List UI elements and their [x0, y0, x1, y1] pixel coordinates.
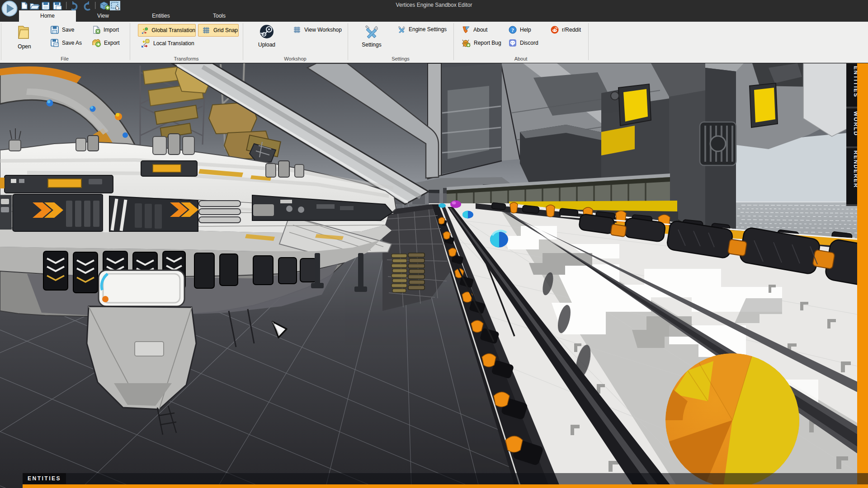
svg-text:WORLD: WORLD [853, 111, 857, 136]
svg-text:?: ? [511, 27, 514, 33]
svg-text:RENDERER: RENDERER [853, 150, 857, 188]
svg-text:ENTITIES: ENTITIES [853, 66, 857, 98]
